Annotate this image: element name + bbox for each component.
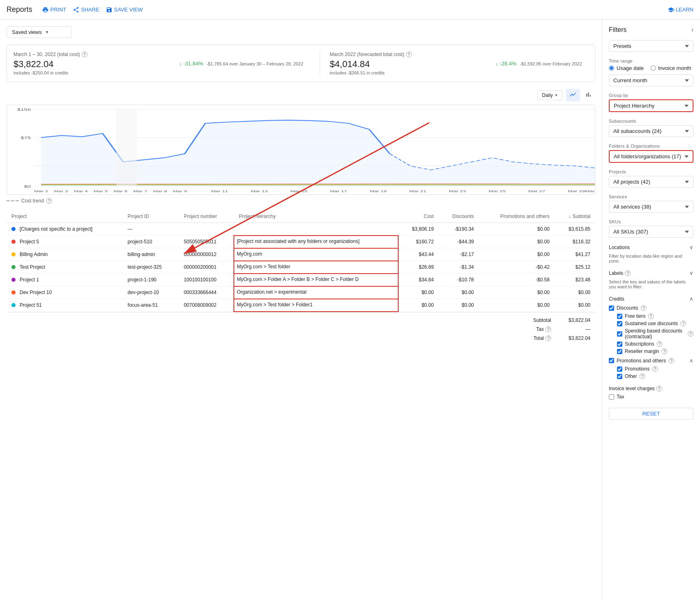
learn-button[interactable]: LEARN (668, 7, 693, 13)
granularity-dropdown[interactable]: Daily ▼ (537, 90, 563, 100)
top-bar-actions: PRINT SHARE SAVE VIEW (42, 7, 143, 13)
invoice-charges-section: Invoice level charges ? Tax (609, 386, 693, 400)
promotions-and-others-checkbox[interactable]: Promotions and others (609, 358, 666, 364)
filters-sidebar: Filters › Presets Time range Usage date (602, 20, 700, 600)
share-button[interactable]: SHARE (73, 7, 99, 13)
credits-toggle[interactable]: ∧ (689, 296, 693, 302)
project-name-cell: Project 1 (7, 274, 123, 286)
labels-help-icon[interactable]: ? (625, 270, 630, 276)
discounts-help-icon[interactable]: ? (641, 305, 646, 311)
invoice-month-radio[interactable]: Invoice month (651, 65, 691, 71)
free-tiers-help-icon[interactable]: ? (648, 313, 654, 319)
cost-trend-help-icon[interactable]: ? (46, 198, 52, 204)
col-promotions: Promotions and others (479, 210, 554, 223)
reseller-margin-help-icon[interactable]: ? (662, 348, 667, 354)
locations-toggle[interactable]: ∨ (689, 244, 693, 250)
skus-dropdown[interactable]: All SKUs (307) (609, 226, 693, 238)
promotions-help-icon[interactable]: ? (652, 366, 658, 372)
invoice-charges-help-icon[interactable]: ? (656, 386, 662, 391)
locations-label: Locations (609, 245, 630, 250)
usage-date-radio[interactable]: Usage date (609, 65, 644, 71)
svg-text:Mar 2: Mar 2 (34, 189, 48, 193)
spending-based-help-icon[interactable]: ? (688, 331, 693, 337)
folders-orgs-dropdown[interactable]: All folders/organizations (17) (609, 150, 693, 163)
project-number-cell: 505050505011 (179, 236, 234, 248)
free-tiers-checkbox[interactable]: Free tiers (617, 313, 646, 319)
current-cost-help-icon[interactable]: ? (82, 52, 88, 57)
sustained-use-checkbox[interactable]: Sustained use discounts (617, 321, 678, 326)
saved-views-dropdown[interactable]: Saved views ▼ (7, 26, 72, 38)
spending-based-checkbox[interactable]: Spending based discounts (contractual) (617, 328, 685, 339)
data-table: Project Project ID Project number Projec… (7, 210, 595, 312)
group-by-dropdown[interactable]: Project Hierarchy (609, 99, 693, 112)
forecast-cost-help-icon[interactable]: ? (406, 52, 412, 57)
group-by-label: Group by (609, 93, 693, 98)
learn-icon (668, 7, 674, 13)
subscriptions-checkbox[interactable]: Subscriptions (617, 341, 654, 347)
promotions-checkbox[interactable]: Promotions (617, 366, 650, 372)
line-chart-icon (569, 91, 577, 98)
project-name-cell: Project 51 (7, 299, 123, 312)
bar-chart-button[interactable] (581, 89, 595, 101)
project-name-cell: Test Project (7, 261, 123, 274)
current-cost-change: ↓ -31.84% (179, 61, 203, 67)
reset-button[interactable]: RESET (609, 408, 693, 420)
project-number-cell: 000000200001 (179, 261, 234, 274)
discounts-cell: -$1.34 (439, 261, 479, 274)
subaccounts-label: Subaccounts (609, 119, 693, 124)
forecast-cost-value: $4,014.84 (330, 59, 482, 70)
filters-heading: Filters (609, 26, 627, 34)
table-row: Project 51 focus-area-51 007008009002 My… (7, 299, 595, 312)
promotions-label: Promotions (625, 366, 650, 372)
reseller-margin-checkbox[interactable]: Reseller margin (617, 348, 659, 354)
free-tiers-label: Free tiers (625, 313, 646, 319)
invoice-charges-label: Invoice level charges (609, 386, 655, 391)
svg-text:Mar 31: Mar 31 (585, 189, 595, 193)
total-help-icon[interactable]: ? (545, 335, 551, 341)
tax-help-icon[interactable]: ? (545, 326, 551, 332)
sustained-use-help-icon[interactable]: ? (680, 321, 686, 326)
reseller-margin-item: Reseller margin ? (617, 348, 693, 354)
projects-dropdown[interactable]: All projects (42) (609, 176, 693, 188)
spending-based-label: Spending based discounts (contractual) (625, 328, 685, 339)
labels-toggle[interactable]: ∨ (689, 270, 693, 276)
promotions-and-others-help-icon[interactable]: ? (669, 358, 674, 364)
discounts-children: Free tiers ? Sustained use discounts ? (609, 313, 693, 354)
locations-section: Locations ∨ Filter by location data like… (609, 244, 693, 263)
svg-text:$0: $0 (24, 184, 31, 189)
subaccounts-dropdown[interactable]: All subaccounts (24) (609, 125, 693, 137)
promotions-toggle[interactable]: ∧ (689, 357, 693, 364)
presets-dropdown[interactable]: Presets (609, 40, 693, 52)
col-project: Project (7, 210, 123, 223)
cost-cell: $0.00 (398, 286, 439, 299)
other-label: Other (625, 373, 637, 379)
subscriptions-help-icon[interactable]: ? (657, 341, 662, 347)
svg-rect-7 (117, 109, 137, 186)
svg-text:Mar 13: Mar 13 (251, 189, 268, 193)
table-footer: Subtotal $3,822.04 Tax ? — Total ? (7, 312, 595, 346)
sort-icon: ↓ (568, 213, 571, 219)
discounts-checkbox[interactable]: Discounts (609, 305, 638, 311)
project-id-cell: project-1-190 (123, 274, 179, 286)
save-icon (106, 7, 112, 13)
other-checkbox[interactable]: Other (617, 373, 637, 379)
current-cost-sub: includes -$250.04 in credits (13, 70, 166, 75)
chart-controls: Daily ▼ (7, 89, 595, 101)
line-chart-button[interactable] (566, 89, 580, 101)
tax-checkbox[interactable] (609, 394, 614, 400)
subtotal-cell: $3,615.85 (554, 223, 595, 236)
time-period-dropdown[interactable]: Current month (609, 74, 693, 86)
spending-based-item: Spending based discounts (contractual) ? (617, 328, 693, 339)
services-dropdown[interactable]: All services (38) (609, 201, 693, 213)
filters-expand-icon[interactable]: › (691, 26, 693, 34)
svg-text:Mar 11: Mar 11 (211, 189, 228, 193)
discounts-cell: -$190.34 (439, 223, 479, 236)
other-help-icon[interactable]: ? (639, 373, 645, 379)
labels-header: Labels ? ∨ (609, 270, 693, 276)
locations-desc: Filter by location data like region and … (609, 254, 693, 263)
save-view-button[interactable]: SAVE VIEW (106, 7, 143, 13)
print-button[interactable]: PRINT (42, 7, 66, 13)
granularity-label: Daily (542, 92, 553, 98)
other-item: Other ? (617, 373, 693, 379)
sustained-use-item: Sustained use discounts ? (617, 321, 693, 326)
